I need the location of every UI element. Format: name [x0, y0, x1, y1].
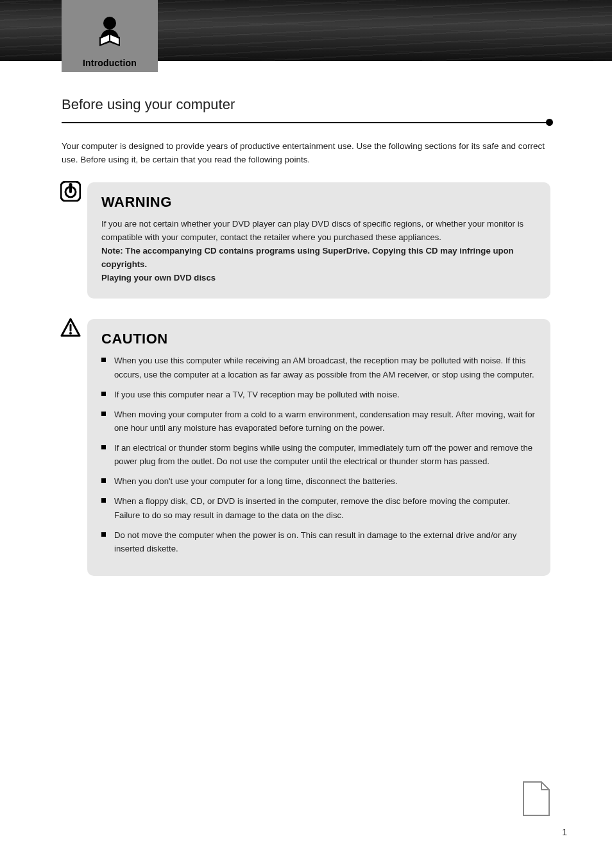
- power-icon: [60, 181, 81, 202]
- list-item: When you don't use your computer for a l…: [101, 474, 536, 488]
- svg-point-8: [69, 332, 72, 334]
- warning-note: Note: The accompanying CD contains progr…: [101, 246, 514, 269]
- page-title: Before using your computer: [62, 96, 550, 113]
- page-number: 1: [529, 827, 567, 837]
- warning-subhead: Playing your own DVD discs: [101, 273, 216, 282]
- warning-para-2: Note: The accompanying CD contains progr…: [101, 244, 536, 271]
- list-item: When a floppy disk, CD, or DVD is insert…: [101, 494, 536, 521]
- intro-paragraph: Your computer is designed to provide yea…: [62, 140, 550, 167]
- page-fold-icon: [522, 781, 550, 817]
- list-item: If an electrical or thunder storm begins…: [101, 441, 536, 468]
- title-rule: [62, 117, 550, 128]
- svg-point-0: [103, 17, 116, 30]
- person-reading-icon: [92, 14, 128, 50]
- reader-icon: [62, 14, 158, 50]
- warning-para-1: If you are not certain whether your DVD …: [101, 217, 536, 244]
- list-item: If you use this computer near a TV, TV r…: [101, 388, 536, 401]
- warning-callout: WARNING If you are not certain whether y…: [87, 182, 550, 299]
- warning-para-3: Playing your own DVD discs: [101, 271, 536, 284]
- page-root: Introduction Before using your computer …: [0, 0, 612, 868]
- caution-box: CAUTION When you use this computer while…: [87, 319, 550, 576]
- alert-icon: [60, 318, 81, 338]
- content-area: Before using your computer Your computer…: [62, 90, 550, 596]
- section-tab: Introduction: [62, 0, 158, 72]
- warning-text: If you are not certain whether your DVD …: [101, 217, 536, 285]
- warning-heading: WARNING: [101, 194, 536, 211]
- list-item: When moving your computer from a cold to…: [101, 408, 536, 435]
- tab-label: Introduction: [62, 58, 158, 68]
- list-item: When you use this computer while receivi…: [101, 354, 536, 381]
- warning-box: WARNING If you are not certain whether y…: [87, 182, 550, 299]
- caution-list: When you use this computer while receivi…: [101, 354, 536, 555]
- caution-heading: CAUTION: [101, 331, 536, 347]
- caution-callout: CAUTION When you use this computer while…: [87, 319, 550, 576]
- list-item: Do not move the computer when the power …: [101, 528, 536, 555]
